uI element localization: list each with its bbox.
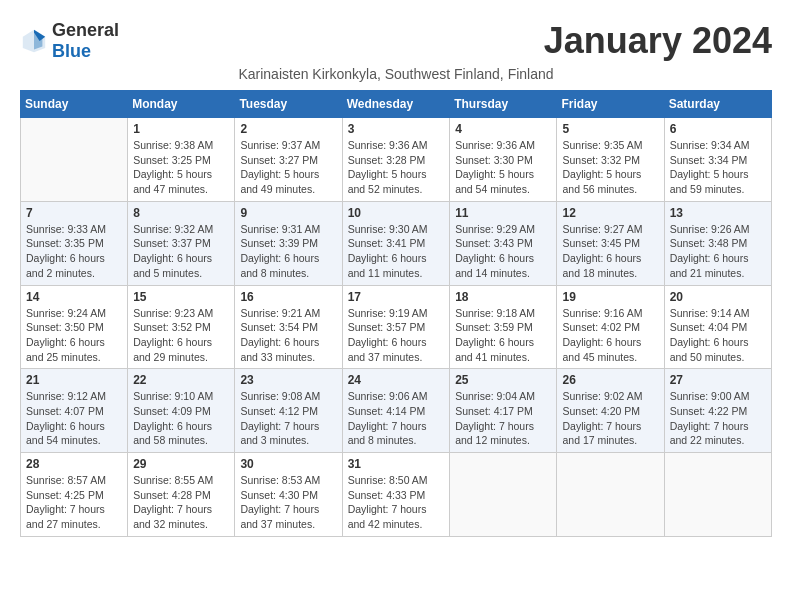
- logo-icon: [20, 27, 48, 55]
- calendar-cell: 23Sunrise: 9:08 AM Sunset: 4:12 PM Dayli…: [235, 369, 342, 453]
- day-info: Sunrise: 9:14 AM Sunset: 4:04 PM Dayligh…: [670, 306, 766, 365]
- day-number: 2: [240, 122, 336, 136]
- day-number: 13: [670, 206, 766, 220]
- calendar-cell: 31Sunrise: 8:50 AM Sunset: 4:33 PM Dayli…: [342, 453, 450, 537]
- day-number: 8: [133, 206, 229, 220]
- calendar-cell: 13Sunrise: 9:26 AM Sunset: 3:48 PM Dayli…: [664, 201, 771, 285]
- day-number: 11: [455, 206, 551, 220]
- calendar-cell: 18Sunrise: 9:18 AM Sunset: 3:59 PM Dayli…: [450, 285, 557, 369]
- day-number: 12: [562, 206, 658, 220]
- calendar-cell: 17Sunrise: 9:19 AM Sunset: 3:57 PM Dayli…: [342, 285, 450, 369]
- day-info: Sunrise: 9:26 AM Sunset: 3:48 PM Dayligh…: [670, 222, 766, 281]
- day-number: 22: [133, 373, 229, 387]
- header-row: SundayMondayTuesdayWednesdayThursdayFrid…: [21, 91, 772, 118]
- day-number: 27: [670, 373, 766, 387]
- day-info: Sunrise: 9:38 AM Sunset: 3:25 PM Dayligh…: [133, 138, 229, 197]
- day-info: Sunrise: 9:34 AM Sunset: 3:34 PM Dayligh…: [670, 138, 766, 197]
- day-info: Sunrise: 8:55 AM Sunset: 4:28 PM Dayligh…: [133, 473, 229, 532]
- logo-blue: Blue: [52, 41, 91, 61]
- logo: General Blue: [20, 20, 119, 62]
- calendar-cell: 12Sunrise: 9:27 AM Sunset: 3:45 PM Dayli…: [557, 201, 664, 285]
- day-number: 9: [240, 206, 336, 220]
- calendar-cell: 6Sunrise: 9:34 AM Sunset: 3:34 PM Daylig…: [664, 118, 771, 202]
- day-info: Sunrise: 9:24 AM Sunset: 3:50 PM Dayligh…: [26, 306, 122, 365]
- day-info: Sunrise: 9:12 AM Sunset: 4:07 PM Dayligh…: [26, 389, 122, 448]
- day-info: Sunrise: 9:08 AM Sunset: 4:12 PM Dayligh…: [240, 389, 336, 448]
- day-number: 28: [26, 457, 122, 471]
- calendar-cell: 5Sunrise: 9:35 AM Sunset: 3:32 PM Daylig…: [557, 118, 664, 202]
- calendar-cell: [557, 453, 664, 537]
- col-header-friday: Friday: [557, 91, 664, 118]
- calendar-cell: 16Sunrise: 9:21 AM Sunset: 3:54 PM Dayli…: [235, 285, 342, 369]
- day-number: 7: [26, 206, 122, 220]
- calendar-cell: 19Sunrise: 9:16 AM Sunset: 4:02 PM Dayli…: [557, 285, 664, 369]
- day-info: Sunrise: 9:18 AM Sunset: 3:59 PM Dayligh…: [455, 306, 551, 365]
- day-info: Sunrise: 9:00 AM Sunset: 4:22 PM Dayligh…: [670, 389, 766, 448]
- calendar-cell: 1Sunrise: 9:38 AM Sunset: 3:25 PM Daylig…: [128, 118, 235, 202]
- day-info: Sunrise: 9:31 AM Sunset: 3:39 PM Dayligh…: [240, 222, 336, 281]
- day-info: Sunrise: 9:23 AM Sunset: 3:52 PM Dayligh…: [133, 306, 229, 365]
- day-number: 3: [348, 122, 445, 136]
- calendar-cell: 11Sunrise: 9:29 AM Sunset: 3:43 PM Dayli…: [450, 201, 557, 285]
- day-info: Sunrise: 9:02 AM Sunset: 4:20 PM Dayligh…: [562, 389, 658, 448]
- logo-general: General: [52, 20, 119, 40]
- day-number: 6: [670, 122, 766, 136]
- col-header-monday: Monday: [128, 91, 235, 118]
- day-info: Sunrise: 9:33 AM Sunset: 3:35 PM Dayligh…: [26, 222, 122, 281]
- calendar-cell: 2Sunrise: 9:37 AM Sunset: 3:27 PM Daylig…: [235, 118, 342, 202]
- day-info: Sunrise: 9:32 AM Sunset: 3:37 PM Dayligh…: [133, 222, 229, 281]
- day-number: 14: [26, 290, 122, 304]
- day-info: Sunrise: 9:36 AM Sunset: 3:30 PM Dayligh…: [455, 138, 551, 197]
- day-info: Sunrise: 9:37 AM Sunset: 3:27 PM Dayligh…: [240, 138, 336, 197]
- day-info: Sunrise: 9:16 AM Sunset: 4:02 PM Dayligh…: [562, 306, 658, 365]
- day-info: Sunrise: 9:29 AM Sunset: 3:43 PM Dayligh…: [455, 222, 551, 281]
- day-info: Sunrise: 9:30 AM Sunset: 3:41 PM Dayligh…: [348, 222, 445, 281]
- day-info: Sunrise: 9:04 AM Sunset: 4:17 PM Dayligh…: [455, 389, 551, 448]
- day-info: Sunrise: 8:57 AM Sunset: 4:25 PM Dayligh…: [26, 473, 122, 532]
- day-info: Sunrise: 9:21 AM Sunset: 3:54 PM Dayligh…: [240, 306, 336, 365]
- day-number: 24: [348, 373, 445, 387]
- calendar-cell: 21Sunrise: 9:12 AM Sunset: 4:07 PM Dayli…: [21, 369, 128, 453]
- day-number: 30: [240, 457, 336, 471]
- day-number: 29: [133, 457, 229, 471]
- col-header-thursday: Thursday: [450, 91, 557, 118]
- day-info: Sunrise: 9:35 AM Sunset: 3:32 PM Dayligh…: [562, 138, 658, 197]
- day-number: 5: [562, 122, 658, 136]
- day-number: 31: [348, 457, 445, 471]
- calendar-cell: 28Sunrise: 8:57 AM Sunset: 4:25 PM Dayli…: [21, 453, 128, 537]
- col-header-saturday: Saturday: [664, 91, 771, 118]
- subtitle: Karinaisten Kirkonkyla, Southwest Finlan…: [20, 66, 772, 82]
- day-number: 10: [348, 206, 445, 220]
- calendar-cell: 15Sunrise: 9:23 AM Sunset: 3:52 PM Dayli…: [128, 285, 235, 369]
- day-number: 15: [133, 290, 229, 304]
- day-info: Sunrise: 9:10 AM Sunset: 4:09 PM Dayligh…: [133, 389, 229, 448]
- calendar-cell: 27Sunrise: 9:00 AM Sunset: 4:22 PM Dayli…: [664, 369, 771, 453]
- day-info: Sunrise: 8:50 AM Sunset: 4:33 PM Dayligh…: [348, 473, 445, 532]
- calendar-cell: 24Sunrise: 9:06 AM Sunset: 4:14 PM Dayli…: [342, 369, 450, 453]
- calendar-cell: 22Sunrise: 9:10 AM Sunset: 4:09 PM Dayli…: [128, 369, 235, 453]
- col-header-tuesday: Tuesday: [235, 91, 342, 118]
- calendar-cell: 29Sunrise: 8:55 AM Sunset: 4:28 PM Dayli…: [128, 453, 235, 537]
- day-number: 25: [455, 373, 551, 387]
- calendar-cell: 26Sunrise: 9:02 AM Sunset: 4:20 PM Dayli…: [557, 369, 664, 453]
- day-number: 17: [348, 290, 445, 304]
- week-row-3: 14Sunrise: 9:24 AM Sunset: 3:50 PM Dayli…: [21, 285, 772, 369]
- col-header-wednesday: Wednesday: [342, 91, 450, 118]
- calendar-cell: 3Sunrise: 9:36 AM Sunset: 3:28 PM Daylig…: [342, 118, 450, 202]
- calendar-cell: 30Sunrise: 8:53 AM Sunset: 4:30 PM Dayli…: [235, 453, 342, 537]
- calendar-cell: 10Sunrise: 9:30 AM Sunset: 3:41 PM Dayli…: [342, 201, 450, 285]
- day-number: 20: [670, 290, 766, 304]
- day-number: 4: [455, 122, 551, 136]
- day-number: 18: [455, 290, 551, 304]
- calendar-cell: 14Sunrise: 9:24 AM Sunset: 3:50 PM Dayli…: [21, 285, 128, 369]
- logo-text: General Blue: [52, 20, 119, 62]
- day-number: 19: [562, 290, 658, 304]
- calendar-cell: 4Sunrise: 9:36 AM Sunset: 3:30 PM Daylig…: [450, 118, 557, 202]
- week-row-4: 21Sunrise: 9:12 AM Sunset: 4:07 PM Dayli…: [21, 369, 772, 453]
- week-row-2: 7Sunrise: 9:33 AM Sunset: 3:35 PM Daylig…: [21, 201, 772, 285]
- week-row-1: 1Sunrise: 9:38 AM Sunset: 3:25 PM Daylig…: [21, 118, 772, 202]
- day-number: 26: [562, 373, 658, 387]
- day-info: Sunrise: 8:53 AM Sunset: 4:30 PM Dayligh…: [240, 473, 336, 532]
- day-info: Sunrise: 9:27 AM Sunset: 3:45 PM Dayligh…: [562, 222, 658, 281]
- col-header-sunday: Sunday: [21, 91, 128, 118]
